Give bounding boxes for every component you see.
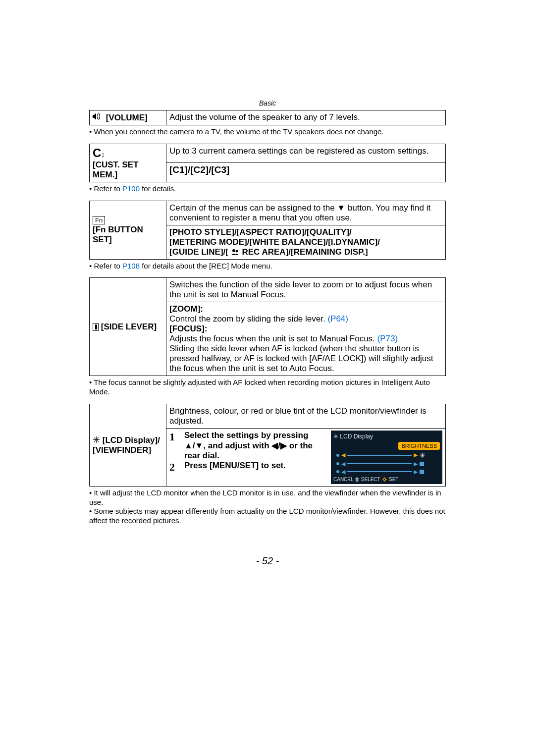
lcd-label-cell: [LCD Display]/ [VIEWFINDER] bbox=[90, 404, 166, 486]
text: Certain of the menus can be assigned to … bbox=[169, 203, 337, 213]
cust-slots: [C1]/[C2]/[C3] bbox=[166, 162, 446, 182]
step2-text: Press [MENU/SET] to set. bbox=[184, 461, 286, 471]
text: , and adjust with bbox=[203, 441, 271, 450]
fn-table: Fn [Fn BUTTON SET] Certain of the menus … bbox=[89, 201, 446, 260]
sidelever-label-cell: [SIDE LEVER] bbox=[90, 278, 166, 376]
cust-note: Refer to P100 for details. bbox=[89, 184, 446, 194]
triangle-down-icon bbox=[195, 441, 204, 450]
text: Control the zoom by sliding the side lev… bbox=[169, 314, 327, 324]
text: for details. bbox=[140, 184, 176, 193]
link-p100[interactable]: P100 bbox=[122, 184, 140, 193]
link-p108[interactable]: P108 bbox=[122, 262, 140, 270]
volume-label-cell: [VOLUME] bbox=[90, 110, 166, 125]
face-rec-icon bbox=[228, 247, 242, 257]
triangle-up-icon bbox=[184, 441, 193, 450]
svg-marker-0 bbox=[93, 113, 96, 120]
page-number: - 52 - bbox=[89, 555, 446, 567]
cust-label-cell: C↕ [CUST. SET MEM.] bbox=[90, 144, 166, 182]
cust-desc: Up to 3 current camera settings can be r… bbox=[166, 144, 446, 162]
sidelever-options: [ZOOM]: Control the zoom by sliding the … bbox=[166, 302, 446, 376]
sidelever-note: The focus cannot be slightly adjusted wi… bbox=[89, 378, 446, 397]
lcd-panel-title: ✳ LCD Display bbox=[333, 433, 440, 440]
fn-options: [PHOTO STYLE]/[ASPECT RATIO]/[QUALITY]/ … bbox=[166, 225, 446, 259]
cust-notes: Refer to P100 for details. bbox=[89, 184, 446, 194]
lcd-preview-panel: ✳ LCD Display BRIGHTNESS ◀ ▶ ✳ ◀ ▶ bbox=[331, 431, 442, 484]
lcd-panel-highlight: BRIGHTNESS bbox=[398, 442, 440, 450]
speaker-icon bbox=[93, 112, 104, 123]
triangle-left-icon bbox=[271, 441, 278, 450]
zoom-label: [ZOOM]: bbox=[169, 304, 442, 314]
text: rear dial. bbox=[184, 451, 219, 460]
sidelever-desc: Switches the function of the side lever … bbox=[166, 278, 446, 302]
text: Adjusts the focus when the unit is set t… bbox=[169, 334, 377, 343]
triangle-right-icon bbox=[280, 441, 287, 450]
text: Select the settings by pressing bbox=[184, 431, 308, 440]
text: [PHOTO STYLE]/[ASPECT RATIO]/[QUALITY]/ bbox=[169, 227, 442, 237]
cust-icon: C↕ bbox=[93, 146, 163, 160]
triangle-down-icon bbox=[337, 203, 345, 213]
lcd-notes: It will adjust the LCD monitor when the … bbox=[89, 488, 446, 526]
sidelever-notes: The focus cannot be slightly adjusted wi… bbox=[89, 378, 446, 397]
step1-text: Select the settings by pressing /, and a… bbox=[184, 431, 313, 461]
text: for details about the [REC] Mode menu. bbox=[140, 262, 272, 270]
fn-desc: Certain of the menus can be assigned to … bbox=[166, 201, 446, 225]
slider-row-3: ◀ ▶ bbox=[336, 469, 440, 475]
step1-number: 1 bbox=[169, 431, 178, 443]
text: [GUIDE LINE]/[ bbox=[169, 247, 228, 257]
step2-number: 2 bbox=[169, 461, 178, 474]
brightness-icon bbox=[93, 434, 100, 445]
text: REC AREA]/[REMAINING DISP.] bbox=[242, 247, 368, 257]
fn-notes: Refer to P108 for details about the [REC… bbox=[89, 262, 446, 271]
lcd-desc: Brightness, colour, or red or blue tint … bbox=[166, 404, 446, 428]
lcd-panel-bottom: CANCEL 🗑 SELECT 🔅 SET bbox=[333, 477, 440, 482]
text: Refer to bbox=[94, 184, 122, 193]
text: Refer to bbox=[94, 262, 122, 270]
svg-point-2 bbox=[235, 250, 238, 252]
link-p64[interactable]: (P64) bbox=[327, 314, 348, 324]
volume-table: [VOLUME] Adjust the volume of the speake… bbox=[89, 110, 446, 125]
section-header: Basic bbox=[89, 99, 446, 107]
fn-note: Refer to P108 for details about the [REC… bbox=[89, 262, 446, 271]
sidelever-label: [SIDE LEVER] bbox=[101, 322, 157, 331]
lcd-note-2: Some subjects may appear differently fro… bbox=[89, 507, 446, 526]
lcd-label1: [LCD Display]/ bbox=[103, 435, 160, 445]
text: Sliding the side lever when AF is locked… bbox=[169, 344, 442, 374]
sidelever-table: [SIDE LEVER] Switches the function of th… bbox=[89, 277, 446, 376]
fn-label-cell: Fn [Fn BUTTON SET] bbox=[90, 201, 166, 259]
text: or the bbox=[287, 441, 313, 450]
cust-label: [CUST. SET MEM.] bbox=[93, 160, 163, 180]
volume-desc: Adjust the volume of the speaker to any … bbox=[166, 110, 446, 125]
volume-label: [VOLUME] bbox=[106, 113, 148, 122]
cust-table: C↕ [CUST. SET MEM.] Up to 3 current came… bbox=[89, 144, 446, 182]
svg-point-1 bbox=[232, 249, 235, 252]
side-lever-icon bbox=[93, 323, 99, 331]
lcd-table: [LCD Display]/ [VIEWFINDER] Brightness, … bbox=[89, 404, 446, 486]
volume-notes: When you connect the camera to a TV, the… bbox=[89, 127, 446, 137]
focus-label: [FOCUS]: bbox=[169, 324, 442, 334]
fn-label: [Fn BUTTON SET] bbox=[93, 225, 163, 245]
lcd-label2: [VIEWFINDER] bbox=[93, 445, 163, 455]
slider-row-2: ◀ ▶ bbox=[336, 461, 440, 467]
text: [METERING MODE]/[WHITE BALANCE]/[I.DYNAM… bbox=[169, 237, 442, 247]
volume-note: When you connect the camera to a TV, the… bbox=[89, 127, 446, 137]
lcd-steps-cell: 1 Select the settings by pressing /, and… bbox=[166, 428, 446, 486]
link-p73[interactable]: (P73) bbox=[377, 334, 398, 343]
lcd-note-1: It will adjust the LCD monitor when the … bbox=[89, 488, 446, 507]
fn-icon: Fn bbox=[93, 215, 163, 225]
slider-row-1: ◀ ▶ ✳ bbox=[336, 451, 440, 459]
